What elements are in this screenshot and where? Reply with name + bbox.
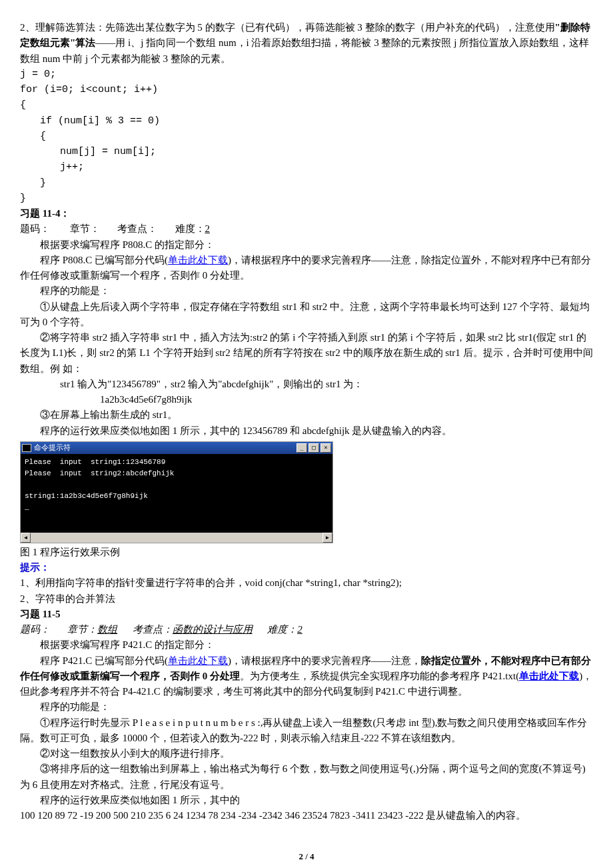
ex5-meta-code: 题码： (20, 624, 50, 635)
figure-1-caption: 图 1 程序运行效果示例 (20, 545, 593, 560)
ex4-p4-text: ①从键盘上先后读入两个字符串，假定存储在字符数组 str1 和 str2 中。注… (20, 301, 590, 327)
minimize-button[interactable]: _ (297, 443, 307, 453)
hint-line-1: 1、利用指向字符串的指针变量进行字符串的合并，void conj(char *s… (20, 575, 593, 591)
exercise-11-4-heading: 习题 11-4： (20, 206, 593, 221)
code-l1: j = 0; (20, 67, 593, 82)
download-link-p421-txt[interactable]: 单击此处下载 (519, 671, 579, 681)
close-button[interactable]: × (320, 443, 331, 453)
ex4-p4: ①从键盘上先后读入两个字符串，假定存储在字符数组 str1 和 str2 中。注… (20, 299, 593, 331)
ex5-p6-text: ③将排序后的这一组数输出到屏幕上，输出格式为每行 6 个数，数与数之间使用逗号(… (20, 763, 586, 789)
scroll-right-arrow-icon[interactable]: ► (322, 533, 332, 543)
ex5-p8: 100 120 89 72 -19 200 500 210 235 6 24 1… (20, 808, 593, 823)
meta-code-label: 题码： (20, 223, 50, 234)
terminal-body: Please input string1:123456789 Please in… (21, 454, 332, 533)
ex5-p7: 程序的运行效果应类似地如图 1 所示，其中的 (20, 793, 593, 808)
meta-diff-label: 难度： (175, 223, 205, 234)
ex4-p2a: 程序 P808.C 已编写部分代码( (20, 253, 168, 268)
ex5-p6: ③将排序后的这一组数输出到屏幕上，输出格式为每行 6 个数，数与数之间使用逗号(… (20, 761, 593, 793)
intro-part2-tail: ——用 i、j 指向同一个数组 num，i 沿着原始数组扫描，将能被 3 整除的… (20, 37, 589, 63)
cmd-icon (22, 444, 31, 452)
titlebar: 命令提示符 _ □ × (21, 442, 332, 454)
ex4-p5-text: ②将字符串 str2 插入字符串 str1 中，插入方法为:str2 的第 i … (20, 332, 593, 374)
ex4-p7: 1a2b3c4d5e6f7g8h9ijk (20, 392, 593, 407)
exercise-11-4-meta: 题码： 章节： 考查点： 难度：2 (20, 221, 593, 237)
code-l2: for (i=0; i<count; i++) (20, 82, 593, 97)
ex5-p3: 程序的功能是： (20, 699, 593, 715)
ex4-p8: ③在屏幕上输出新生成的 str1。 (20, 407, 593, 423)
ex5-p2: 程序 P421.C 已编写部分代码(单击此处下载)，请根据程序中的要求完善程序—… (20, 653, 593, 700)
download-link-p808[interactable]: 单击此处下载 (168, 255, 228, 265)
exercise-11-5-meta: 题码： 章节：数组 考查点：函数的设计与应用 难度：2 (20, 622, 593, 637)
exercise-11-5-heading: 习题 11-5 (20, 607, 593, 622)
intro-paragraph: 2、理解筛选算法：先筛选出某位数字为 5 的数字（已有代码），再筛选能被 3 整… (20, 20, 593, 67)
horizontal-scrollbar[interactable]: ◄ ► (21, 533, 332, 543)
download-link-p421[interactable]: 单击此处下载 (168, 655, 228, 666)
meta-diff-val: 2 (205, 223, 211, 234)
meta-point-label: 考查点： (117, 223, 157, 234)
ex5-meta-point-label: 考查点： (133, 624, 173, 635)
ex5-meta-chapter-label: 章节： (67, 624, 97, 635)
code-l3: { (20, 97, 593, 113)
code-block: j = 0; for (i=0; i<count; i++) { if (num… (20, 67, 593, 206)
ex5-meta-chapter-val: 数组 (97, 624, 117, 635)
ex5-meta-diff-label: 难度： (267, 624, 297, 635)
maximize-button[interactable]: □ (308, 443, 319, 453)
hint-line-2: 2、字符串的合并算法 (20, 591, 593, 607)
ex5-p4-text: ①程序运行时先显示 P l e a s e i n p u t n u m b … (20, 717, 588, 743)
ex4-p9: 程序的运行效果应类似地如图 1 所示，其中的 123456789 和 abcde… (20, 423, 593, 439)
code-l8: } (20, 175, 593, 191)
ex5-p2b: )，请根据程序中的要求完善程序——注意， (228, 655, 421, 666)
ex5-p2c: 。为方便考生，系统提供完全实现程序功能的参考程序 P421.txt( (240, 671, 519, 681)
hint-label: 提示： (20, 560, 593, 575)
page-number: 2 / 4 (20, 850, 593, 863)
ex5-p5: ②对这一组数按从小到大的顺序进行排序。 (20, 746, 593, 761)
scroll-left-arrow-icon[interactable]: ◄ (21, 533, 31, 543)
scroll-track[interactable] (31, 533, 322, 543)
intro-part2-lead: 2、理解筛选算法：先筛选出某位数字为 5 的数字（已有代码），再筛选能被 3 整… (20, 22, 555, 33)
ex4-p1: 根据要求编写程序 P808.C 的指定部分： (20, 237, 593, 253)
ex5-p1: 根据要求编写程序 P421.C 的指定部分： (20, 637, 593, 653)
ex5-meta-diff-val: 2 (297, 624, 303, 635)
code-l7: j++; (20, 159, 593, 175)
window-buttons: _ □ × (297, 443, 331, 453)
ex4-p6: str1 输入为"123456789"，str2 输入为"abcdefghijk… (20, 377, 593, 392)
code-l5: { (20, 129, 593, 144)
ex4-p5: ②将字符串 str2 插入字符串 str1 中，插入方法为:str2 的第 i … (20, 330, 593, 377)
command-prompt-window: 命令提示符 _ □ × Please input string1:1234567… (20, 441, 333, 543)
ex5-p4: ①程序运行时先显示 P l e a s e i n p u t n u m b … (20, 715, 593, 747)
code-l4: if (num[i] % 3 == 0) (20, 113, 593, 129)
ex4-p3: 程序的功能是： (20, 283, 593, 299)
ex4-p2: 程序 P808.C 已编写部分代码(单击此处下载)，请根据程序中的要求完善程序—… (20, 253, 593, 284)
code-l6: num[j] = num[i]; (20, 144, 593, 159)
code-l9: } (20, 191, 593, 206)
ex5-p2a: 程序 P421.C 已编写部分代码( (40, 655, 168, 666)
window-title: 命令提示符 (34, 442, 297, 453)
meta-chapter-label: 章节： (70, 223, 100, 234)
ex5-meta-point-val: 函数的设计与应用 (173, 624, 253, 635)
